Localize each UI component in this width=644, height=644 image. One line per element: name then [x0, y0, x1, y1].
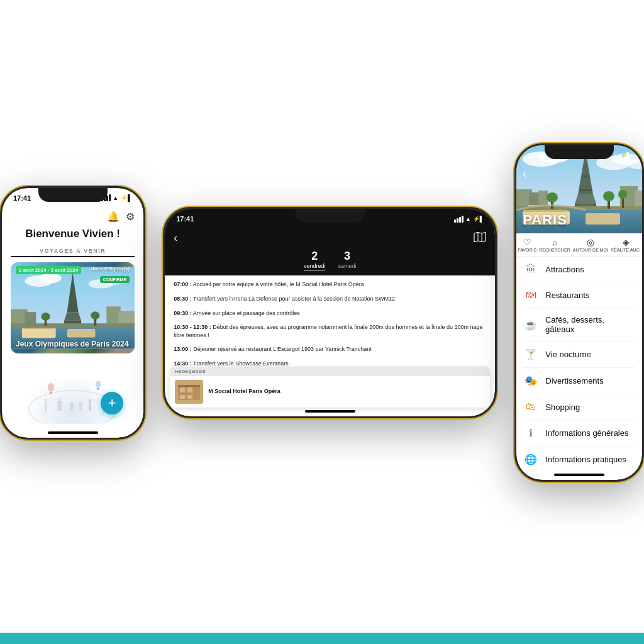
more-icon[interactable]: ⋯	[121, 340, 130, 350]
add-button[interactable]: +	[101, 392, 123, 414]
notch-2	[296, 209, 365, 223]
menu-attractions[interactable]: 🏛 Attractions	[524, 257, 635, 282]
heart-icon: ♡	[518, 237, 536, 247]
schedule-item-0: 07:00 : Accueil par notre équipe à votre…	[174, 280, 486, 289]
menu-divertissements[interactable]: 🎭 Divertissements	[524, 368, 635, 394]
trip-dates: 2 août 2024 - 3 août 2024	[16, 266, 81, 274]
hotel-img-svg	[175, 380, 203, 404]
time-1030: 10:30 - 12:30 :	[174, 324, 211, 330]
menu-cafes[interactable]: ☕ Cafés, desserts, gâteaux	[524, 308, 635, 341]
svg-marker-15	[64, 312, 81, 320]
bell-icon[interactable]: 🔔	[107, 211, 119, 223]
map-button[interactable]	[474, 232, 486, 245]
search-icon: ⌕	[539, 237, 570, 247]
svg-rect-65	[579, 189, 592, 191]
ar-icon: ◈	[611, 237, 641, 247]
svg-rect-26	[45, 400, 47, 413]
nav-realite[interactable]: ◈ RÉALITÉ AUG.	[611, 237, 641, 252]
svg-point-23	[91, 311, 99, 319]
svg-rect-70	[586, 213, 620, 225]
phone-1: 17:41 ▲ ⚡▌ 🔔 ⚙ Bienvenue Vivi	[0, 186, 145, 440]
location-icon: ◎	[573, 237, 608, 247]
phone-3: 17:41 ▲ ⚡▌	[514, 143, 644, 482]
battery-icon-2: ⚡▌	[473, 216, 484, 222]
globe-section: +	[11, 361, 135, 424]
battery-icon-1: ⚡▌	[120, 194, 132, 201]
svg-rect-35	[50, 392, 52, 394]
status-icons-2: ▲ ⚡▌	[454, 216, 484, 223]
nav-realite-label: RÉALITÉ AUG.	[611, 248, 641, 252]
menu-restaurants[interactable]: 🍽 Restaurants	[524, 282, 635, 308]
notch-3	[545, 145, 614, 159]
svg-point-34	[48, 383, 54, 392]
time-2: 17:41	[176, 215, 194, 223]
svg-rect-31	[79, 402, 82, 411]
home-indicator-2	[305, 410, 355, 413]
nav-rechercher[interactable]: ⌕ RECHERCHER	[539, 237, 570, 252]
map-icon	[474, 232, 486, 242]
signal-2	[454, 216, 464, 223]
svg-rect-28	[57, 401, 62, 411]
battery-icon-3: ⚡▌	[620, 152, 631, 158]
back-button-3[interactable]: ‹	[523, 167, 526, 180]
menu-shopping[interactable]: 🛍 Shopping	[524, 394, 635, 420]
day-name-2: samedi	[338, 263, 356, 269]
nocturne-label: Vie nocturne	[545, 350, 591, 359]
wifi-icon-2: ▲	[465, 216, 471, 222]
home-indicator-1	[48, 431, 98, 434]
svg-rect-32	[89, 401, 91, 411]
svg-marker-60	[575, 194, 596, 204]
voyages-label: VOYAGES À VENIR	[11, 248, 135, 257]
time-0930: 09:30 :	[174, 310, 192, 316]
schedule-item-3: 10:30 - 12:30 : Début des épreuves, avec…	[174, 323, 486, 339]
svg-rect-29	[58, 399, 61, 402]
day-num-1: 2	[304, 250, 326, 263]
cafes-icon: ☕	[524, 319, 538, 331]
nav-favoris-label: FAVORIS	[518, 248, 536, 252]
nav-favoris[interactable]: ♡ FAVORIS	[518, 237, 536, 252]
svg-rect-30	[70, 402, 74, 411]
svg-point-75	[603, 191, 614, 201]
svg-rect-46	[178, 385, 200, 387]
menu-nocturne[interactable]: 🍸 Vie nocturne	[524, 341, 635, 368]
trip-card[interactable]: 2 août 2024 - 3 août 2024 dans 898 jour(…	[11, 262, 135, 353]
notch-1	[38, 188, 108, 202]
schedule-item-1: 08:30 : Transfert vers l'Arena La Defens…	[174, 295, 486, 303]
schedule-item-2: 09:30 : Arrivée sur place et passage des…	[174, 309, 486, 318]
home-indicator-3	[554, 474, 604, 476]
day-tab-2[interactable]: 3 samedi	[338, 250, 356, 270]
svg-rect-12	[67, 329, 96, 337]
restaurants-label: Restaurants	[545, 291, 589, 300]
time-0830: 08:30 :	[174, 296, 192, 302]
phone-1-screen: 17:41 ▲ ⚡▌ 🔔 ⚙ Bienvenue Vivi	[2, 188, 143, 438]
day-name-1: vendredi	[304, 263, 326, 270]
settings-icon[interactable]: ⚙	[126, 211, 135, 223]
page-wrapper: 17:41 ▲ ⚡▌ 🔔 ⚙ Bienvenue Vivi	[0, 0, 644, 644]
wifi-icon-3: ▲	[613, 152, 618, 158]
phones-container: 17:41 ▲ ⚡▌ 🔔 ⚙ Bienvenue Vivi	[0, 143, 644, 501]
hotel-card[interactable]: Hébergement	[170, 367, 490, 408]
shopping-icon: 🛍	[524, 401, 538, 413]
info-prat-icon: 🌐	[524, 453, 538, 465]
nocturne-icon: 🍸	[524, 348, 538, 360]
nav-autour[interactable]: ◎ AUTOUR DE MOI	[573, 237, 608, 252]
menu-info-prat[interactable]: 🌐 Informations pratiques	[524, 447, 635, 472]
divertissements-icon: 🎭	[524, 375, 538, 387]
menu-info-gen[interactable]: ℹ Informations générales	[524, 420, 635, 447]
bottom-bar	[0, 633, 644, 644]
trip-confirmed: CONFIRMÉ	[100, 276, 130, 283]
svg-rect-44	[180, 395, 185, 399]
shopping-label: Shopping	[545, 402, 580, 412]
back-button-2[interactable]: ‹	[174, 231, 177, 245]
wifi-icon-1: ▲	[113, 195, 118, 201]
time-1300: 13:00 :	[174, 346, 192, 352]
nav-autour-label: AUTOUR DE MOI	[573, 248, 608, 252]
day-tab-1[interactable]: 2 vendredi	[304, 250, 326, 270]
svg-rect-64	[582, 175, 589, 177]
svg-rect-42	[180, 387, 185, 392]
hotel-label: Hébergement	[170, 367, 490, 376]
svg-rect-10	[22, 328, 56, 338]
svg-point-73	[547, 192, 558, 203]
trip-title: Jeux Olympiques de Paris 2024	[16, 340, 128, 348]
time-3: 17:41	[528, 152, 545, 159]
